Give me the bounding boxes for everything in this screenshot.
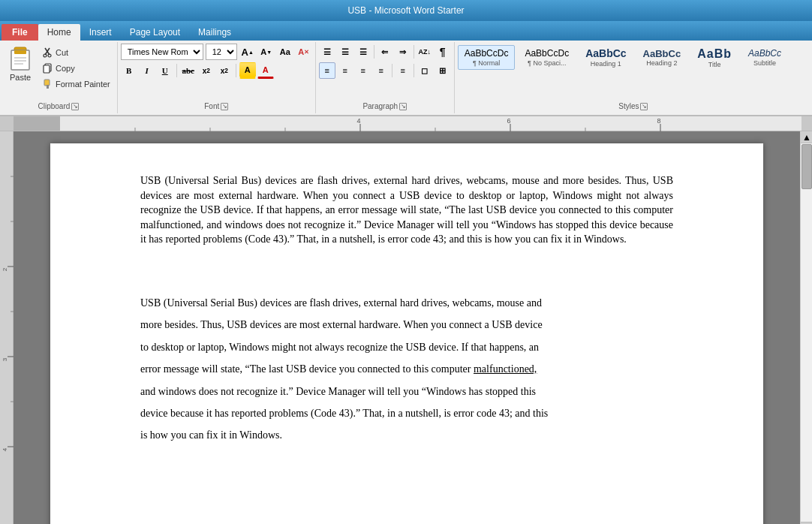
align-right-button[interactable]: ≡ <box>355 62 371 79</box>
align-left-button[interactable]: ≡ <box>319 62 335 79</box>
multilevel-button[interactable]: ☰ <box>355 44 371 60</box>
justify-button[interactable]: ≡ <box>373 62 389 79</box>
svg-text:4: 4 <box>356 117 360 125</box>
para-sep4 <box>414 64 414 77</box>
style-heading1-label: Heading 1 <box>591 60 621 68</box>
page-scroll-area[interactable]: USB (Universal Serial Bus) devices are f… <box>14 131 800 524</box>
tab-mailings[interactable]: Mailings <box>189 24 240 41</box>
scrollbar[interactable]: ▲ ▼ <box>800 131 812 524</box>
style-normal[interactable]: AaBbCcDc ¶ Normal <box>458 45 516 69</box>
font-clear-button[interactable]: A✕ <box>296 44 312 60</box>
italic-button[interactable]: I <box>139 62 155 79</box>
tab-home[interactable]: Home <box>38 24 80 41</box>
font-shrink-button[interactable]: A▼ <box>258 44 275 60</box>
ribbon-tabs: File Home Insert Page Layout Mailings <box>0 21 812 41</box>
clipboard-expand-icon[interactable]: ↘ <box>71 103 79 110</box>
paragraph-1: USB (Universal Serial Bus) devices are f… <box>140 173 673 247</box>
para-sep3 <box>392 64 392 77</box>
font-size-select[interactable]: 12 <box>206 44 237 60</box>
style-title[interactable]: AaBb Title <box>690 44 738 71</box>
para2-line2: more besides. Thus, USB devices are most… <box>140 319 543 330</box>
style-normal-label: ¶ Normal <box>473 59 500 67</box>
ruler-body: 4 6 8 <box>60 116 801 131</box>
line-spacing-button[interactable]: ≡ <box>395 62 411 79</box>
underline-button[interactable]: U <box>157 62 173 79</box>
paste-icon <box>7 46 34 73</box>
font-name-row: Times New Rom 12 A▲ A▼ Aa A✕ <box>121 44 312 60</box>
style-heading2[interactable]: AaBbCc Heading 2 <box>636 45 688 71</box>
superscript-button[interactable]: x2 <box>216 62 233 79</box>
svg-rect-2 <box>14 50 26 54</box>
para2-line7: is how you can fix it in Windows. <box>140 429 282 441</box>
copy-button[interactable]: Copy <box>39 61 114 76</box>
style-subtitle-preview: AaBbCc <box>748 48 781 59</box>
clipboard-small-buttons: Cut Copy Format Pain <box>39 44 114 92</box>
font-group: Times New Rom 12 A▲ A▼ Aa A✕ B I U ab <box>118 42 316 113</box>
cut-icon <box>43 47 53 58</box>
borders-button[interactable]: ⊞ <box>435 62 451 79</box>
sort-button[interactable]: AZ↓ <box>417 44 433 60</box>
scroll-up-button[interactable]: ▲ <box>801 131 812 143</box>
style-title-preview: AaBb <box>697 47 732 61</box>
para-sep1 <box>374 45 374 59</box>
show-marks-button[interactable]: ¶ <box>435 44 451 60</box>
bold-button[interactable]: B <box>121 62 137 79</box>
svg-text:2: 2 <box>2 267 8 271</box>
paragraph-spacer <box>140 247 673 292</box>
cut-label: Cut <box>56 48 68 57</box>
vertical-ruler-marks: 2 3 4 <box>0 131 14 507</box>
para2-line5: and windows does not recognize it.” Devi… <box>140 386 536 397</box>
ruler-right-margin <box>801 116 812 131</box>
style-subtitle[interactable]: AaBbCc Subtitle <box>741 45 788 69</box>
para2-line1: USB (Universal Serial Bus) devices are f… <box>140 297 542 309</box>
svg-rect-13 <box>47 85 49 89</box>
font-name-select[interactable]: Times New Rom <box>121 44 203 60</box>
tab-page-layout[interactable]: Page Layout <box>121 24 189 41</box>
ruler-corner <box>0 116 14 131</box>
svg-text:4: 4 <box>2 447 8 451</box>
font-color-button[interactable]: A <box>257 62 274 79</box>
style-heading1[interactable]: AaBbCc Heading 1 <box>579 44 633 71</box>
numbering-button[interactable]: ☰ <box>337 44 353 60</box>
paragraph-expand-icon[interactable]: ↘ <box>399 103 407 110</box>
font-expand-icon[interactable]: ↘ <box>221 103 228 110</box>
shading-button[interactable]: ◻ <box>417 62 433 79</box>
paragraph-group-label: Paragraph ↘ <box>319 102 451 112</box>
format-painter-icon <box>43 79 53 89</box>
font-case-button[interactable]: Aa <box>277 44 293 60</box>
style-title-label: Title <box>708 61 721 68</box>
tab-insert[interactable]: Insert <box>80 24 121 41</box>
text-highlight-button[interactable]: A <box>239 62 256 79</box>
paste-button[interactable]: Paste <box>3 44 38 84</box>
font-grow-button[interactable]: A▲ <box>239 44 256 60</box>
svg-point-9 <box>48 54 51 57</box>
bullets-button[interactable]: ☰ <box>319 44 335 60</box>
para-list-row: ☰ ☰ ☰ ⇐ ⇒ AZ↓ ¶ <box>319 44 451 60</box>
center-button[interactable]: ≡ <box>337 62 353 79</box>
decrease-indent-button[interactable]: ⇐ <box>377 44 393 60</box>
clipboard-group-label: Clipboard ↘ <box>3 102 114 112</box>
svg-rect-11 <box>44 65 50 73</box>
subscript-button[interactable]: x2 <box>198 62 215 79</box>
title-text: USB - Microsoft Word Starter <box>347 5 464 16</box>
style-no-spacing-label: ¶ No Spaci... <box>528 59 566 67</box>
ribbon-bar: Paste Cut <box>0 41 812 116</box>
copy-icon <box>43 63 53 74</box>
format-painter-button[interactable]: Format Painter <box>39 77 114 92</box>
styles-expand-icon[interactable]: ↘ <box>640 103 648 110</box>
cut-button[interactable]: Cut <box>39 45 114 60</box>
svg-text:6: 6 <box>507 117 510 125</box>
paragraph-2: USB (Universal Serial Bus) devices are f… <box>140 292 673 447</box>
strikethrough-button[interactable]: abc <box>180 62 197 79</box>
paragraph-group: ☰ ☰ ☰ ⇐ ⇒ AZ↓ ¶ ≡ ≡ ≡ ≡ ≡ <box>316 42 455 113</box>
tab-file[interactable]: File <box>2 24 38 41</box>
increase-indent-button[interactable]: ⇒ <box>395 44 411 60</box>
scroll-thumb[interactable] <box>801 144 812 189</box>
copy-label: Copy <box>56 64 75 73</box>
style-no-spacing[interactable]: AaBbCcDc ¶ No Spaci... <box>518 45 576 69</box>
para2-malfunctioned: malfunctioned, <box>474 363 537 375</box>
document-area: 2 3 4 USB (Universal Serial Bus) devices… <box>0 131 812 524</box>
style-heading1-preview: AaBbCc <box>585 47 626 60</box>
document-page: USB (Universal Serial Bus) devices are f… <box>50 143 763 524</box>
ruler-left-margin <box>14 116 60 131</box>
